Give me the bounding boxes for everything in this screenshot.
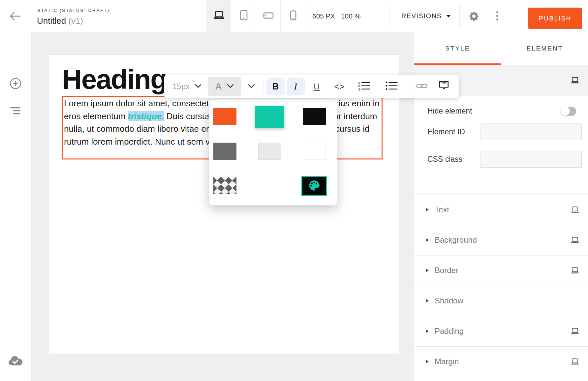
chevron-down-icon bbox=[248, 84, 255, 89]
palette-icon bbox=[308, 180, 320, 192]
accordion-text[interactable]: Text bbox=[414, 194, 588, 225]
ordered-list-button[interactable]: 123 bbox=[357, 75, 372, 98]
device-phone-portrait-button[interactable] bbox=[281, 0, 305, 32]
tablet-icon bbox=[239, 10, 248, 22]
code-button[interactable]: <> bbox=[330, 75, 349, 98]
italic-button[interactable]: I bbox=[287, 78, 305, 95]
divider bbox=[414, 377, 588, 377]
selected-word: tristique bbox=[128, 111, 162, 121]
revisions-dropdown[interactable]: REVISIONS bbox=[401, 0, 451, 32]
device-scope-icon bbox=[571, 77, 579, 85]
divider bbox=[410, 79, 410, 94]
publish-button[interactable]: PUBLISH bbox=[528, 8, 582, 29]
caret-down-icon bbox=[446, 15, 451, 17]
settings-button[interactable] bbox=[469, 11, 479, 21]
device-scope-icon bbox=[571, 237, 579, 245]
tab-element[interactable]: ELEMENT bbox=[501, 32, 588, 65]
chevron-right-icon bbox=[426, 238, 429, 242]
text-color-dropdown[interactable]: A bbox=[208, 77, 241, 96]
app-window: STATIC (STATUS: DRAFT) Untitled (v1) bbox=[0, 0, 588, 381]
document-version: (v1) bbox=[68, 16, 83, 26]
ordered-list-icon: 123 bbox=[358, 81, 371, 92]
accordion-margin[interactable]: Margin bbox=[414, 346, 588, 377]
canvas-zoom: 100 % bbox=[341, 12, 361, 20]
divider bbox=[28, 3, 28, 29]
gear-icon bbox=[469, 17, 479, 22]
kebab-menu-icon bbox=[496, 11, 498, 13]
quote-bubble-icon: ”” bbox=[439, 81, 449, 92]
add-element-button[interactable] bbox=[8, 77, 23, 91]
chevron-right-icon bbox=[426, 208, 429, 211]
color-picker-popup bbox=[209, 99, 337, 205]
document-status: STATIC (STATUS: DRAFT) bbox=[37, 8, 110, 13]
divider bbox=[459, 3, 460, 29]
chevron-right-icon bbox=[426, 329, 429, 333]
rich-text-toolbar: 15px A B I U <> 123 bbox=[164, 75, 459, 98]
hide-element-label: Hide element bbox=[427, 107, 472, 116]
device-scope-icon bbox=[571, 267, 579, 275]
accordion-shadow[interactable]: Shadow bbox=[414, 286, 588, 316]
chevron-right-icon bbox=[426, 360, 429, 363]
font-size-dropdown-chevron[interactable] bbox=[192, 75, 203, 98]
divider bbox=[263, 79, 263, 94]
accordion-padding[interactable]: Padding bbox=[414, 316, 588, 346]
phone-landscape-icon bbox=[263, 12, 274, 20]
canvas-dimensions: 605 PX 100 % bbox=[312, 0, 360, 32]
more-options-button[interactable] bbox=[496, 11, 499, 20]
swatch-white[interactable] bbox=[303, 143, 326, 160]
accordion-border[interactable]: Border bbox=[414, 255, 588, 286]
divider bbox=[352, 79, 352, 94]
device-scope-icon bbox=[571, 206, 579, 214]
element-id-input[interactable] bbox=[480, 123, 582, 140]
canvas-width: 605 PX bbox=[312, 12, 335, 20]
top-bar: STATIC (STATUS: DRAFT) Untitled (v1) bbox=[0, 0, 588, 32]
css-class-label: CSS class bbox=[427, 155, 462, 164]
document-title: Untitled (v1) bbox=[37, 16, 83, 26]
swatch-dark-gray[interactable] bbox=[213, 143, 236, 160]
device-scope-icon bbox=[571, 358, 579, 366]
svg-text:3: 3 bbox=[358, 87, 360, 91]
device-phone-landscape-button[interactable] bbox=[256, 0, 281, 32]
underline-button[interactable]: U bbox=[308, 75, 325, 98]
device-scope-icon bbox=[571, 328, 579, 336]
blockquote-button[interactable]: ”” bbox=[437, 75, 451, 98]
swatch-orange[interactable] bbox=[213, 108, 236, 125]
tab-style[interactable]: STYLE bbox=[414, 32, 501, 65]
link-icon bbox=[416, 82, 428, 91]
panel-tabs: STYLE ELEMENT bbox=[414, 32, 588, 65]
swatch-black[interactable] bbox=[303, 108, 326, 125]
layers-outline-icon bbox=[10, 107, 21, 116]
back-arrow-icon bbox=[9, 17, 22, 22]
hide-element-toggle[interactable] bbox=[561, 107, 576, 116]
bullet-list-button[interactable] bbox=[384, 75, 399, 98]
laptop-icon bbox=[213, 11, 225, 21]
element-id-label: Element ID bbox=[427, 127, 465, 136]
font-size-dropdown[interactable]: 15px bbox=[168, 75, 194, 98]
canvas-heading[interactable]: Heading bbox=[62, 63, 167, 95]
divider bbox=[305, 0, 305, 32]
swatch-light-gray[interactable] bbox=[258, 143, 281, 160]
cloud-check-icon bbox=[8, 355, 23, 368]
bold-button[interactable]: B bbox=[266, 78, 285, 95]
chevron-right-icon bbox=[426, 269, 429, 272]
chevron-down-icon bbox=[227, 84, 234, 89]
text-selection: tristique. bbox=[128, 111, 164, 121]
device-desktop-button[interactable] bbox=[206, 0, 231, 32]
swatch-teal[interactable] bbox=[255, 106, 284, 128]
link-button[interactable] bbox=[415, 75, 428, 98]
chevron-right-icon bbox=[426, 299, 429, 302]
back-button[interactable] bbox=[9, 11, 22, 21]
swatch-custom-color[interactable] bbox=[301, 176, 327, 196]
device-tablet-button[interactable] bbox=[231, 0, 256, 32]
swatch-transparent[interactable] bbox=[213, 177, 236, 194]
autosave-status bbox=[8, 354, 23, 369]
bullet-list-icon bbox=[385, 81, 398, 92]
plus-circle-icon bbox=[9, 77, 22, 91]
divider bbox=[389, 3, 389, 29]
phone-portrait-icon bbox=[290, 10, 296, 22]
highlight-color-dropdown[interactable] bbox=[245, 75, 258, 98]
layers-button[interactable] bbox=[8, 104, 23, 119]
chevron-down-icon bbox=[195, 84, 201, 89]
css-class-input[interactable] bbox=[480, 151, 582, 168]
accordion-background[interactable]: Background bbox=[414, 225, 588, 255]
